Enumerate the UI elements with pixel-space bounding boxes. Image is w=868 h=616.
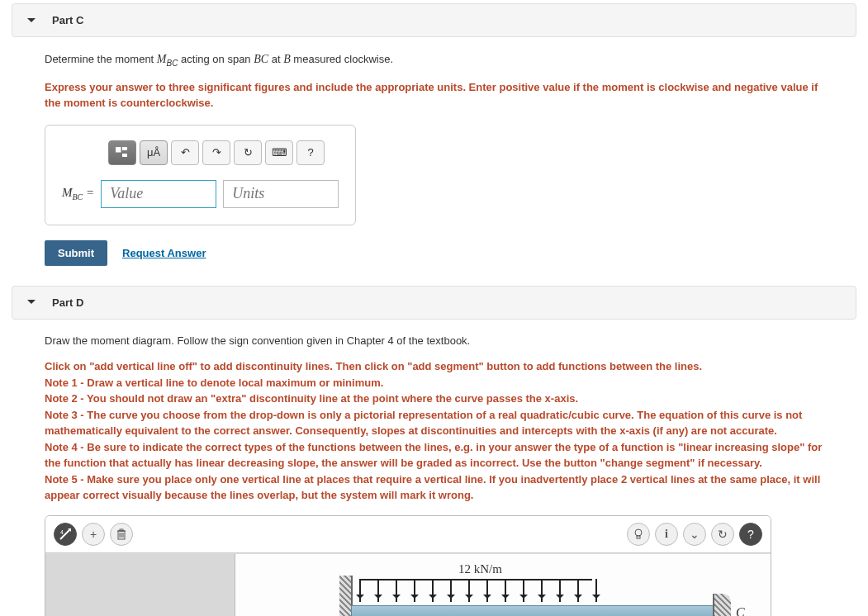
note-3: Note 3 - The curve you choose from the d…	[45, 407, 823, 439]
info-button[interactable]: i	[655, 523, 678, 546]
submit-button[interactable]: Submit	[45, 240, 107, 266]
svg-point-12	[635, 529, 642, 536]
part-c-body: Determine the moment MBC acting on span …	[12, 44, 856, 282]
input-row: MBC =	[62, 180, 339, 208]
answer-box: μÅ ↶ ↷ ↻ ⌨ ? MBC =	[45, 125, 356, 225]
point-c-label: C	[736, 605, 745, 616]
drawing-area: 4 + i ⌄ ↻ ? 12 kN/m	[45, 515, 771, 616]
canvas-sidebar	[45, 554, 235, 616]
units-input[interactable]	[223, 180, 339, 208]
part-c-instructions: Express your answer to three significant…	[45, 79, 823, 111]
canvas-area[interactable]: 12 kN/m A B C	[45, 553, 771, 616]
collapse-caret-icon	[27, 18, 36, 26]
canvas-reset-button[interactable]: ↻	[711, 523, 734, 546]
no-elements-button[interactable]: 4	[54, 523, 77, 546]
part-d-body: Draw the moment diagram. Follow the sign…	[12, 326, 856, 616]
note-1: Note 1 - Draw a vertical line to denote …	[45, 375, 823, 391]
collapse-button[interactable]: ⌄	[683, 523, 706, 546]
note-2: Note 2 - You should not draw an "extra" …	[45, 391, 823, 407]
part-c-header[interactable]: Part C	[12, 3, 856, 37]
templates-button[interactable]	[108, 140, 136, 165]
part-d-title: Part D	[52, 296, 83, 309]
note-intro: Click on "add vertical line off" to add …	[45, 358, 823, 375]
part-c-prompt: Determine the moment MBC acting on span …	[45, 50, 823, 69]
help-button[interactable]: ?	[296, 140, 325, 165]
submit-row: Submit Request Answer	[45, 240, 823, 266]
svg-rect-0	[116, 147, 121, 152]
answer-toolbar: μÅ ↶ ↷ ↻ ⌨ ?	[108, 140, 339, 165]
svg-rect-2	[122, 154, 127, 157]
note-5: Note 5 - Make sure you place only one ve…	[45, 471, 823, 504]
special-chars-button[interactable]: μÅ	[140, 140, 168, 165]
drawing-toolbar: 4 + i ⌄ ↻ ?	[45, 516, 771, 553]
reset-button[interactable]: ↻	[234, 140, 262, 165]
redo-button[interactable]: ↷	[202, 140, 230, 165]
hint-button[interactable]	[627, 523, 650, 546]
request-answer-link[interactable]: Request Answer	[122, 247, 206, 259]
collapse-caret-icon	[27, 300, 36, 308]
fixed-support-right	[713, 594, 731, 616]
undo-button[interactable]: ↶	[171, 140, 199, 165]
delete-button[interactable]	[110, 523, 133, 546]
keyboard-button[interactable]: ⌨	[265, 140, 293, 165]
variable-label: MBC =	[62, 186, 94, 201]
value-input[interactable]	[101, 180, 216, 208]
svg-rect-11	[120, 529, 123, 531]
part-d-prompt: Draw the moment diagram. Follow the sign…	[45, 333, 823, 349]
load-label: 12 kN/m	[458, 562, 502, 576]
part-c-title: Part C	[52, 14, 83, 26]
canvas-main[interactable]: 12 kN/m A B C	[235, 554, 771, 616]
canvas-help-button[interactable]: ?	[739, 523, 762, 546]
part-d-notes: Click on "add vertical line off" to add …	[45, 358, 823, 504]
part-d-header[interactable]: Part D	[12, 286, 856, 320]
load-arrows	[359, 579, 597, 602]
svg-rect-13	[637, 536, 640, 538]
beam	[351, 605, 714, 616]
add-button[interactable]: +	[82, 523, 105, 546]
svg-text:4: 4	[60, 529, 64, 535]
note-4: Note 4 - Be sure to indicate the correct…	[45, 439, 823, 471]
svg-rect-1	[122, 147, 127, 150]
